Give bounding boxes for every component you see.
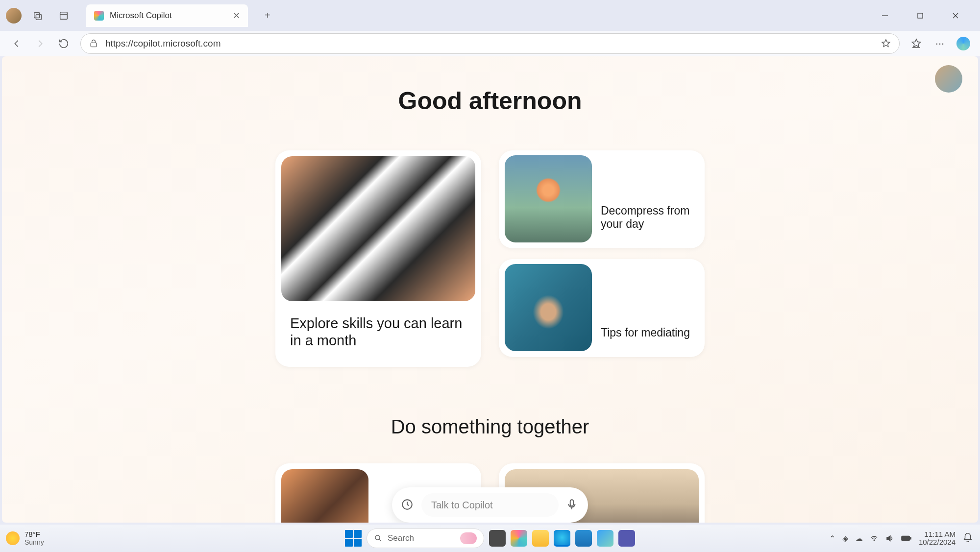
browser-tab[interactable]: Microsoft Copilot ✕ [86, 4, 248, 27]
chat-input[interactable]: Talk to Copilot [421, 493, 559, 517]
card-image-person [281, 469, 368, 523]
copilot-taskbar-icon[interactable] [511, 530, 527, 547]
card-image-hand-water [505, 264, 592, 351]
close-window-button[interactable] [945, 7, 966, 24]
section-heading: Do something together [391, 416, 589, 438]
tab-title: Microsoft Copilot [110, 11, 227, 21]
address-bar[interactable]: https://copilot.microsoft.com [80, 33, 900, 54]
suggestion-card-decompress[interactable]: Decompress from your day [499, 150, 705, 248]
profile-avatar-small[interactable] [6, 8, 22, 24]
ms-store-icon[interactable] [575, 530, 592, 547]
card-title: Explore skills you can learn in a month [290, 315, 466, 349]
svg-rect-8 [91, 43, 97, 47]
close-tab-icon[interactable]: ✕ [233, 10, 240, 21]
window-controls [874, 7, 974, 24]
weather-condition: Sunny [24, 539, 44, 546]
favorite-button[interactable] [881, 38, 891, 49]
svg-rect-5 [918, 13, 923, 18]
browser-titlebar: Microsoft Copilot ✕ + [0, 0, 980, 31]
windows-taskbar: 78°F Sunny Search ⌃ ◈ ☁ 11:11 AM 10/22/2… [0, 525, 980, 552]
time-text: 11:11 AM [919, 530, 956, 539]
edge-icon[interactable] [554, 530, 570, 547]
task-view-icon[interactable] [489, 530, 506, 547]
search-badge-icon [460, 532, 477, 544]
svg-rect-17 [910, 537, 911, 539]
card-title: Tips for mediating [601, 326, 696, 351]
volume-icon[interactable] [885, 534, 894, 543]
system-tray: ⌃ ◈ ☁ 11:11 AM 10/22/2024 [829, 530, 974, 547]
svg-rect-2 [60, 12, 68, 19]
copilot-app-icon[interactable] [597, 530, 613, 547]
titlebar-left: Microsoft Copilot ✕ + [6, 4, 270, 27]
svg-point-13 [375, 535, 380, 540]
svg-rect-11 [570, 500, 574, 506]
tray-app-icon[interactable]: ◈ [842, 534, 848, 543]
suggestion-card-mediating[interactable]: Tips for mediating [499, 259, 705, 357]
microphone-icon[interactable] [565, 498, 579, 512]
page-profile-avatar[interactable] [935, 65, 962, 93]
notifications-icon[interactable] [962, 532, 974, 544]
small-cards-column: Decompress from your day Tips for mediat… [499, 150, 705, 367]
url-text: https://copilot.microsoft.com [105, 38, 874, 49]
svg-rect-0 [34, 12, 40, 18]
card-title: Decompress from your day [601, 204, 699, 242]
weather-widget[interactable]: 78°F Sunny [6, 530, 44, 546]
minimize-button[interactable] [874, 7, 896, 24]
copilot-sidebar-button[interactable] [953, 33, 974, 54]
new-tab-button[interactable]: + [265, 10, 270, 21]
chat-placeholder: Talk to Copilot [431, 500, 493, 511]
weather-text: 78°F Sunny [24, 530, 44, 546]
sun-icon [6, 531, 20, 545]
refresh-button[interactable] [53, 33, 74, 54]
wifi-icon[interactable] [870, 534, 879, 543]
menu-icon[interactable]: ··· [929, 33, 951, 54]
taskbar-center: Search [345, 528, 635, 548]
suggestion-cards-row: Explore skills you can learn in a month … [275, 150, 705, 367]
chevron-up-icon[interactable]: ⌃ [829, 534, 835, 543]
browser-toolbar: https://copilot.microsoft.com ··· [0, 31, 980, 56]
suggestion-card-large[interactable]: Explore skills you can learn in a month [275, 150, 481, 367]
onedrive-icon[interactable]: ☁ [855, 534, 863, 543]
clock[interactable]: 11:11 AM 10/22/2024 [919, 530, 956, 547]
start-button[interactable] [345, 530, 362, 547]
workspaces-icon[interactable] [29, 7, 47, 24]
tab-actions-icon[interactable] [55, 7, 73, 24]
page-content: Good afternoon Explore skills you can le… [2, 56, 978, 523]
file-explorer-icon[interactable] [532, 530, 549, 547]
lock-icon [89, 39, 98, 48]
history-icon[interactable] [401, 498, 415, 512]
card-image-popsicle [505, 155, 592, 242]
svg-rect-1 [36, 14, 41, 20]
teams-icon[interactable] [618, 530, 635, 547]
back-button[interactable] [6, 33, 27, 54]
battery-icon[interactable] [901, 535, 912, 542]
copilot-favicon [94, 11, 104, 21]
weather-temp: 78°F [24, 530, 44, 539]
favorites-icon[interactable] [906, 33, 927, 54]
search-icon [374, 534, 383, 543]
card-image-piano [281, 156, 475, 301]
svg-line-14 [379, 539, 381, 541]
greeting-heading: Good afternoon [398, 87, 582, 115]
search-placeholder: Search [388, 533, 455, 543]
date-text: 10/22/2024 [919, 538, 956, 547]
svg-rect-16 [902, 536, 910, 540]
svg-point-15 [874, 540, 875, 541]
maximize-button[interactable] [909, 7, 931, 24]
taskbar-search[interactable]: Search [367, 528, 484, 548]
forward-button [29, 33, 51, 54]
chat-input-bar: Talk to Copilot [392, 487, 588, 523]
card-partial-text: Tim [377, 469, 395, 523]
